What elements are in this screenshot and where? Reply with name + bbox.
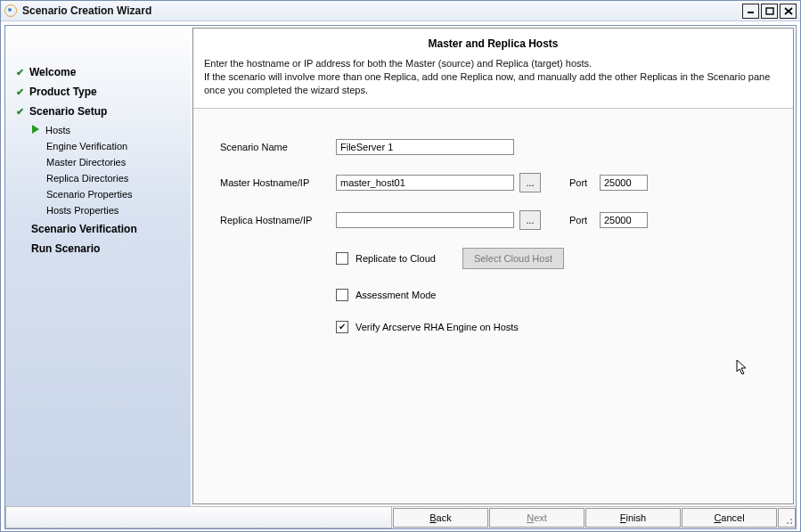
- nav-label: Engine Verification: [46, 141, 127, 151]
- input-replica-port[interactable]: [600, 212, 648, 228]
- step-desc-2: If the scenario will involve more than o…: [204, 70, 782, 97]
- hotkey: F: [620, 512, 626, 523]
- btn-text: ext: [534, 512, 547, 523]
- label-replica-host: Replica Hostname/IP: [220, 215, 336, 225]
- nav-label: Scenario Properties: [46, 189, 133, 200]
- nav-label: Hosts Properties: [46, 205, 119, 216]
- check-icon: ✔: [16, 67, 24, 78]
- content-pane: Master and Replica Hosts Enter the hostn…: [192, 28, 794, 504]
- label-master-port: Port: [569, 177, 600, 188]
- nav-scenario-verification[interactable]: Scenario Verification: [16, 223, 182, 235]
- input-scenario-name[interactable]: [336, 139, 514, 155]
- label-verify-engine: Verify Arcserve RHA Engine on Hosts: [356, 322, 519, 332]
- browse-replica-button[interactable]: ...: [519, 210, 541, 230]
- svg-rect-1: [766, 8, 773, 14]
- row-assessment-mode: Assessment Mode: [336, 289, 766, 301]
- label-master-host: Master Hostname/IP: [220, 177, 336, 188]
- btn-text: ancel: [721, 512, 744, 523]
- browse-master-button[interactable]: ...: [519, 173, 541, 192]
- step-header: Master and Replica Hosts Enter the hostn…: [193, 29, 793, 109]
- form-area: Scenario Name Master Hostname/IP ... Por…: [193, 109, 793, 503]
- svg-point-5: [790, 522, 792, 524]
- nav-engine-verification[interactable]: Engine Verification: [46, 141, 182, 151]
- maximize-button[interactable]: [761, 4, 778, 19]
- step-title: Master and Replica Hosts: [204, 37, 782, 50]
- nav-hosts[interactable]: Hosts: [32, 125, 182, 135]
- back-button[interactable]: Back: [393, 508, 488, 528]
- finish-button[interactable]: Finish: [585, 508, 681, 528]
- hotkey: B: [429, 512, 436, 523]
- nav-run-scenario[interactable]: Run Scenario: [16, 242, 182, 255]
- next-button[interactable]: Next: [489, 508, 584, 528]
- nav-scenario-properties[interactable]: Scenario Properties: [46, 189, 182, 200]
- nav-welcome[interactable]: ✔Welcome: [12, 66, 182, 78]
- step-desc-1: Enter the hostname or IP address for bot…: [204, 57, 782, 70]
- nav-label: Hosts: [45, 125, 70, 135]
- nav-label: Scenario Setup: [29, 105, 107, 118]
- checkbox-assessment-mode[interactable]: [336, 289, 348, 301]
- footer-bar: Back Next Finish Cancel: [5, 506, 796, 528]
- row-master-host: Master Hostname/IP ... Port: [220, 173, 766, 192]
- label-assessment-mode: Assessment Mode: [356, 290, 436, 300]
- label-replicate-cloud: Replicate to Cloud: [356, 253, 436, 264]
- nav-hosts-properties[interactable]: Hosts Properties: [46, 205, 182, 216]
- btn-text: inish: [626, 512, 647, 523]
- minimize-button[interactable]: [742, 4, 759, 19]
- cancel-button[interactable]: Cancel: [682, 508, 777, 528]
- label-scenario-name: Scenario Name: [220, 142, 336, 152]
- nav-label: Replica Directories: [46, 173, 128, 184]
- nav-label: Master Directories: [46, 157, 126, 168]
- nav-replica-directories[interactable]: Replica Directories: [46, 173, 182, 184]
- check-icon: ✔: [16, 106, 24, 118]
- nav-product-type[interactable]: ✔Product Type: [12, 86, 182, 98]
- label-replica-port: Port: [569, 215, 600, 225]
- row-replicate-cloud: Replicate to Cloud Select Cloud Host: [336, 248, 766, 269]
- svg-point-7: [790, 519, 792, 520]
- select-cloud-host-button[interactable]: Select Cloud Host: [462, 248, 564, 269]
- inner-frame: ✔Welcome ✔Product Type ✔Scenario Setup H…: [4, 25, 797, 529]
- input-master-port[interactable]: [600, 175, 648, 191]
- nav-label: Product Type: [29, 86, 97, 98]
- check-icon: ✔: [16, 86, 24, 98]
- window-root: Scenario Creation Wizard ✔Welcome ✔Produ…: [0, 0, 801, 532]
- nav-label: Run Scenario: [31, 242, 100, 255]
- checkbox-replicate-cloud[interactable]: [336, 252, 348, 265]
- main-area: ✔Welcome ✔Product Type ✔Scenario Setup H…: [5, 26, 796, 506]
- row-replica-host: Replica Hostname/IP ... Port: [220, 210, 766, 230]
- resize-grip[interactable]: [778, 508, 796, 528]
- window-title: Scenario Creation Wizard: [22, 4, 742, 17]
- checkbox-verify-engine[interactable]: ✔: [336, 321, 348, 333]
- footer-spacer: [5, 507, 392, 528]
- row-verify-engine: ✔ Verify Arcserve RHA Engine on Hosts: [336, 321, 766, 333]
- svg-point-6: [787, 522, 789, 524]
- close-button[interactable]: [780, 4, 797, 19]
- nav-master-directories[interactable]: Master Directories: [46, 157, 182, 168]
- input-master-host[interactable]: [336, 175, 514, 191]
- app-icon: [4, 4, 17, 17]
- titlebar[interactable]: Scenario Creation Wizard: [1, 1, 800, 21]
- hotkey: N: [527, 512, 534, 523]
- btn-text: ack: [437, 512, 452, 523]
- wizard-sidebar: ✔Welcome ✔Product Type ✔Scenario Setup H…: [5, 26, 191, 506]
- svg-marker-4: [32, 125, 39, 134]
- triangle-icon: [32, 125, 39, 135]
- row-scenario-name: Scenario Name: [220, 139, 766, 155]
- input-replica-host[interactable]: [336, 212, 514, 228]
- nav-label: Scenario Verification: [31, 223, 137, 235]
- nav-label: Welcome: [29, 66, 76, 78]
- nav-scenario-setup[interactable]: ✔Scenario Setup: [12, 105, 182, 118]
